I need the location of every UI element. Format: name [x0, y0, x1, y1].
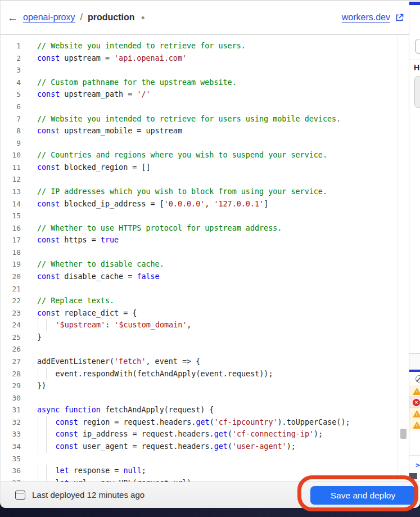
code-text: const upstream_mobile = upstream [37, 125, 182, 137]
line-number: 21 [1, 283, 21, 295]
console-tab-underline [409, 370, 420, 372]
code-editor[interactable]: 1// Website you intended to retrieve for… [1, 35, 398, 482]
console-warning-row[interactable]: ! [409, 408, 420, 419]
code-line-30[interactable]: 30 [1, 392, 398, 404]
line-number: 22 [1, 295, 21, 307]
http-url-input[interactable] [415, 39, 420, 54]
code-line-10[interactable]: 10// Countries and regions where you wis… [1, 149, 398, 161]
code-line-2[interactable]: 2const upstream = 'api.openai.com' [1, 52, 398, 65]
code-line-31[interactable]: 31async function fetchAndApply(request) … [1, 404, 398, 416]
line-number: 4 [1, 77, 21, 89]
code-line-15[interactable]: 15 [1, 210, 398, 222]
code-line-1[interactable]: 1// Website you intended to retrieve for… [1, 40, 398, 52]
workers-editor-window: ← openai-proxy / production ● workers.de… [0, 0, 420, 508]
code-line-11[interactable]: 11const blocked_region = [] [1, 161, 398, 174]
code-line-18[interactable]: 18 [1, 246, 398, 259]
line-number: 7 [1, 113, 21, 125]
code-line-25[interactable]: 25} [1, 331, 398, 344]
code-text: const blocked_region = [] [37, 161, 151, 174]
line-number: 15 [1, 210, 21, 222]
code-line-27[interactable]: 27addEventListener('fetch', event => { [1, 356, 398, 368]
save-and-deploy-button[interactable]: Save and deploy [310, 486, 416, 505]
code-line-37[interactable]: 37let url = new URL(request.url); [1, 477, 398, 482]
line-number: 29 [1, 380, 21, 392]
code-line-6[interactable]: 6 [1, 101, 398, 113]
code-line-7[interactable]: 7// Website you intended to retrieve for… [1, 113, 398, 125]
code-line-29[interactable]: 29}) [1, 380, 398, 392]
code-text: // Whether to use HTTPS protocol for ups… [37, 222, 282, 235]
unsaved-changes-dot: ● [141, 14, 145, 21]
section-separator [409, 60, 420, 60]
code-text: const https = true [37, 234, 119, 246]
deploy-footer: Last deployed 12 minutes ago Save and de… [1, 482, 420, 508]
preview-link-group: workers.dev [342, 1, 404, 34]
code-line-36[interactable]: 36let response = null; [1, 465, 398, 477]
line-number: 8 [1, 125, 21, 137]
code-line-23[interactable]: 23const replace_dict = { [1, 307, 398, 320]
code-line-28[interactable]: 28event.respondWith(fetchAndApply(event.… [1, 368, 398, 380]
console-error-row[interactable]: ✕ [409, 397, 420, 408]
line-number: 19 [1, 258, 21, 271]
line-number: 11 [1, 161, 21, 174]
code-text: const replace_dict = { [37, 307, 137, 320]
code-text: }) [37, 380, 46, 392]
code-text: const region = request.headers.get('cf-i… [37, 416, 350, 429]
code-line-22[interactable]: 22// Replace texts. [1, 295, 398, 307]
right-panel-sliver: H C !✕!! > [409, 1, 420, 482]
code-line-16[interactable]: 16// Whether to use HTTPS protocol for u… [1, 222, 398, 235]
code-line-5[interactable]: 5const upstream_path = '/' [1, 88, 398, 101]
line-number: 28 [1, 368, 21, 380]
editor-scrollbar-thumb[interactable] [400, 429, 407, 439]
code-line-26[interactable]: 26 [1, 343, 398, 356]
code-line-32[interactable]: 32const region = request.headers.get('cf… [1, 416, 398, 429]
console-prompt[interactable]: > [416, 461, 420, 469]
code-line-9[interactable]: 9 [1, 137, 398, 150]
breadcrumb-project-link[interactable]: openai-proxy [23, 12, 75, 23]
code-line-34[interactable]: 34const user_agent = request.headers.get… [1, 440, 398, 453]
http-panel-field[interactable] [414, 76, 420, 108]
line-number: 12 [1, 173, 21, 186]
code-line-20[interactable]: 20const disable_cache = false [1, 271, 398, 283]
line-number: 23 [1, 307, 21, 320]
code-line-13[interactable]: 13// IP addresses which you wish to bloc… [1, 186, 398, 198]
line-number: 14 [1, 198, 21, 210]
external-link-icon[interactable] [395, 13, 404, 23]
error-icon: ✕ [413, 399, 420, 406]
console-warning-row[interactable]: ! [409, 385, 420, 397]
code-line-35[interactable]: 35 [1, 453, 398, 465]
code-text: event.respondWith(fetchAndApply(event.re… [37, 368, 273, 380]
line-number: 27 [1, 356, 21, 368]
code-line-21[interactable]: 21 [1, 283, 398, 295]
line-number: 17 [1, 234, 21, 246]
console-input-border [409, 455, 420, 456]
line-number: 9 [1, 137, 21, 150]
line-number: 6 [1, 101, 21, 113]
warning-icon: ! [413, 410, 420, 417]
code-line-4[interactable]: 4// Custom pathname for the upstream web… [1, 77, 398, 89]
code-line-24[interactable]: 24'$upstream': '$custom_domain', [1, 319, 398, 331]
last-deployed-status: Last deployed 12 minutes ago [32, 490, 144, 500]
line-number: 25 [1, 331, 21, 344]
code-line-3[interactable]: 3 [1, 64, 398, 77]
code-line-19[interactable]: 19// Whether to disable cache. [1, 258, 398, 271]
clear-console-icon[interactable] [416, 375, 420, 383]
code-line-17[interactable]: 17const https = true [1, 234, 398, 246]
code-text: async function fetchAndApply(request) { [37, 404, 214, 416]
line-number: 33 [1, 428, 21, 440]
window-icon [15, 491, 25, 500]
back-arrow-icon[interactable]: ← [7, 12, 18, 23]
console-warning-row[interactable]: ! [409, 419, 420, 430]
line-number: 13 [1, 186, 21, 198]
code-line-8[interactable]: 8const upstream_mobile = upstream [1, 125, 398, 137]
code-line-12[interactable]: 12 [1, 173, 398, 186]
line-number: 16 [1, 222, 21, 235]
code-text: '$upstream': '$custom_domain', [37, 319, 191, 331]
code-text: // Website you intended to retrieve for … [37, 113, 341, 125]
code-text: let response = null; [37, 465, 146, 477]
line-number: 36 [1, 465, 21, 477]
code-line-33[interactable]: 33const ip_address = request.headers.get… [1, 428, 398, 440]
code-line-14[interactable]: 14const blocked_ip_address = ['0.0.0.0',… [1, 198, 398, 210]
line-number: 5 [1, 88, 21, 101]
workers-dev-link[interactable]: workers.dev [342, 12, 390, 23]
line-number: 20 [1, 271, 21, 283]
